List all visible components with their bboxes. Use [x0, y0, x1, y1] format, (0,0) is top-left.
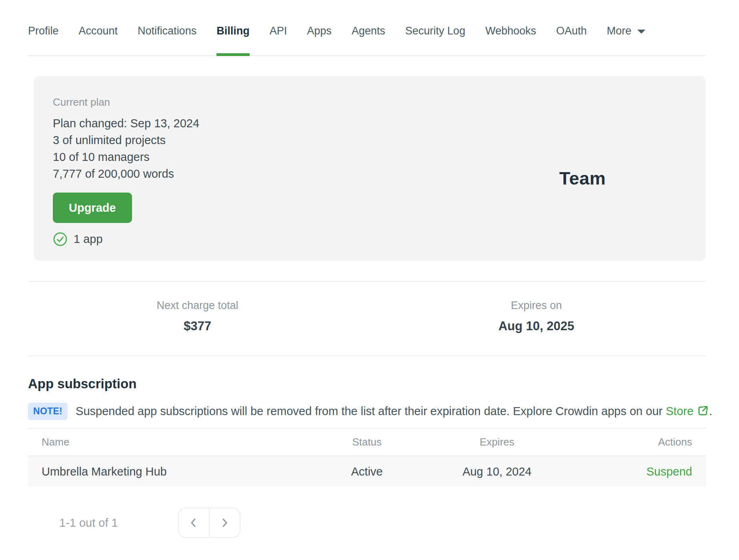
- plan-details: Current plan Plan changed: Sep 13, 2024 …: [53, 96, 199, 261]
- check-circle-icon: [53, 232, 68, 247]
- current-plan-card: Current plan Plan changed: Sep 13, 2024 …: [34, 76, 706, 261]
- chevron-down-icon: [637, 24, 646, 38]
- tab-apps[interactable]: Apps: [307, 24, 332, 55]
- plan-name: Team: [559, 168, 606, 189]
- column-header-status: Status: [302, 436, 432, 448]
- current-plan-label: Current plan: [53, 96, 199, 108]
- tab-api[interactable]: API: [270, 24, 287, 55]
- tab-agents[interactable]: Agents: [352, 24, 385, 55]
- store-link[interactable]: Store: [666, 404, 709, 419]
- table-header-row: Name Status Expires Actions: [28, 429, 706, 456]
- plan-name-area: Team: [559, 96, 706, 261]
- table-row: Umbrella Marketing Hub Active Aug 10, 20…: [28, 456, 706, 487]
- tab-oauth[interactable]: OAuth: [556, 24, 587, 55]
- words-usage-line: 7,777 of 200,000 words: [53, 165, 199, 182]
- subscription-actions: Suspend: [562, 465, 692, 478]
- billing-settings-page: Profile Account Notifications Billing AP…: [0, 0, 739, 538]
- suspend-link[interactable]: Suspend: [646, 465, 692, 478]
- chevron-right-icon: [219, 518, 230, 528]
- tab-notifications[interactable]: Notifications: [138, 24, 196, 55]
- upgrade-button[interactable]: Upgrade: [53, 193, 132, 223]
- expires-on-label: Expires on: [367, 299, 706, 312]
- expires-on-block: Expires on Aug 10, 2025: [367, 299, 706, 333]
- next-charge-label: Next charge total: [28, 299, 367, 312]
- expires-on-value: Aug 10, 2025: [367, 319, 706, 333]
- external-link-icon: [697, 405, 709, 419]
- tab-more-label: More: [607, 24, 632, 38]
- apps-count-label: 1 app: [74, 233, 103, 246]
- apps-count-row: 1 app: [53, 232, 199, 247]
- managers-usage-line: 10 of 10 managers: [53, 149, 199, 165]
- projects-usage-line: 3 of unlimited projects: [53, 132, 199, 149]
- plan-changed-line: Plan changed: Sep 13, 2024: [53, 115, 199, 132]
- subscription-expires: Aug 10, 2024: [432, 465, 562, 478]
- tab-webhooks[interactable]: Webhooks: [485, 24, 536, 55]
- app-subscription-heading: App subscription: [28, 376, 706, 391]
- pagination: 1-1 out of 1: [28, 508, 706, 538]
- billing-summary: Next charge total $377 Expires on Aug 10…: [28, 282, 706, 355]
- column-header-expires: Expires: [432, 436, 562, 448]
- column-header-actions: Actions: [562, 436, 692, 448]
- note-badge: NOTE!: [28, 403, 68, 420]
- tab-billing[interactable]: Billing: [216, 24, 250, 55]
- note-suffix: .: [709, 405, 712, 417]
- tab-security-log[interactable]: Security Log: [405, 24, 465, 55]
- tab-account[interactable]: Account: [79, 24, 118, 55]
- previous-page-button[interactable]: [178, 508, 209, 538]
- subscription-status: Active: [302, 465, 432, 478]
- tab-profile[interactable]: Profile: [28, 24, 59, 55]
- next-charge-value: $377: [28, 319, 367, 333]
- chevron-left-icon: [188, 518, 199, 528]
- section-divider: [28, 355, 706, 356]
- note-text: Suspended app subscriptions will be remo…: [76, 404, 712, 419]
- subscription-name: Umbrella Marketing Hub: [42, 465, 302, 478]
- app-subscriptions-table: Name Status Expires Actions Umbrella Mar…: [28, 428, 706, 487]
- next-charge-block: Next charge total $377: [28, 299, 367, 333]
- settings-tab-bar: Profile Account Notifications Billing AP…: [28, 0, 706, 56]
- pager-buttons: [178, 508, 240, 538]
- pagination-summary: 1-1 out of 1: [59, 516, 118, 530]
- note-message: Suspended app subscriptions will be remo…: [76, 405, 663, 417]
- note-row: NOTE! Suspended app subscriptions will b…: [28, 403, 706, 420]
- store-link-label: Store: [666, 405, 693, 418]
- next-page-button[interactable]: [209, 508, 240, 538]
- column-header-name: Name: [42, 436, 302, 448]
- tab-more[interactable]: More: [607, 24, 647, 55]
